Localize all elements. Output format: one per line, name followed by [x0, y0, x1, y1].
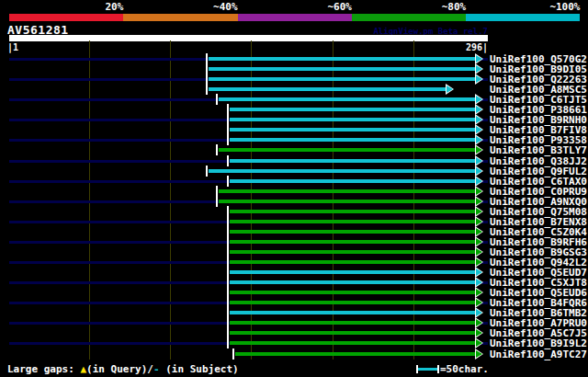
alignment-bar[interactable] [230, 250, 476, 254]
alignment-start-tick [206, 166, 208, 177]
identity-scale-label: ~60% [288, 1, 352, 13]
arrowhead-fill-icon [476, 339, 482, 347]
legend-subject-text: (in Subject) [160, 363, 239, 375]
alignment-bar[interactable] [219, 148, 476, 152]
alignment-bar[interactable] [230, 179, 476, 183]
arrowhead-fill-icon [476, 177, 482, 185]
arrowhead-fill-icon [476, 116, 482, 123]
alignment-start-tick [216, 94, 218, 105]
identity-scale-label: ~100% [516, 1, 581, 13]
alignment-bar[interactable] [230, 301, 476, 304]
alignment-bar[interactable] [230, 108, 476, 111]
arrowhead-fill-icon [476, 55, 482, 63]
alignment-bar[interactable] [219, 97, 476, 101]
alignment-bar[interactable] [230, 331, 476, 335]
arrowhead-fill-icon [476, 268, 482, 276]
alignment-bar[interactable] [230, 240, 476, 244]
arrowhead-fill-icon [476, 96, 482, 103]
identity-scale-label: ~80% [401, 1, 466, 13]
alignment-start-tick [227, 134, 229, 145]
arrowhead-fill-icon [476, 167, 482, 175]
alignment-start-tick [216, 144, 218, 155]
alignment-bar[interactable] [230, 280, 476, 284]
alignment-start-tick [216, 196, 218, 207]
alignview-screen: 20%~40%~60%~80%~100% AV561281 AlignView.… [0, 0, 588, 377]
legend-prefix: Large gaps: [7, 363, 80, 375]
arrowhead-fill-icon [476, 208, 482, 215]
arrowhead-fill-icon [476, 228, 482, 235]
gap-in-subject-dash-icon: - [153, 363, 160, 375]
arrowhead-fill-icon [476, 309, 482, 316]
arrowhead-fill-icon [476, 188, 482, 195]
arrowhead-fill-icon [476, 65, 482, 73]
identity-scale-segment [238, 14, 352, 21]
arrowhead-fill-icon [476, 146, 482, 154]
arrowhead-fill-icon [476, 329, 482, 337]
alignment-bar[interactable] [230, 341, 476, 345]
alignment-bar[interactable] [230, 220, 476, 223]
alignment-bar[interactable] [209, 169, 476, 173]
arrowhead-fill-icon [476, 289, 482, 296]
arrowhead-fill-icon [476, 299, 482, 306]
alignment-bar[interactable] [219, 189, 476, 193]
alignment-bar[interactable] [230, 321, 476, 325]
ruler-end-label: 296| [396, 42, 488, 52]
arrowhead-fill-icon [476, 319, 482, 326]
query-sequence-bar [9, 35, 488, 41]
large-gaps-legend: Large gaps: ▲(in Query)/- (in Subject) [7, 363, 239, 375]
arrowhead-fill-icon [476, 106, 482, 113]
arrowhead-fill-icon [476, 218, 482, 225]
alignment-start-tick [227, 176, 229, 187]
alignment-bar[interactable] [209, 57, 476, 61]
arrowhead-fill-icon [476, 258, 482, 266]
alignment-bar[interactable] [209, 77, 476, 81]
arrowhead-fill-icon [476, 126, 482, 133]
alignment-bar[interactable] [230, 270, 476, 274]
arrowhead-fill-icon [476, 136, 482, 143]
alignment-start-tick [227, 155, 229, 166]
alignment-start-tick [227, 337, 229, 348]
arrowhead-fill-icon [476, 198, 482, 205]
identity-scale-label: ~40% [174, 1, 238, 13]
arrowhead-fill-icon [476, 157, 482, 165]
alignment-bar[interactable] [230, 138, 476, 142]
alignment-bar[interactable] [230, 291, 476, 294]
alignment-bar[interactable] [209, 87, 447, 91]
alignment-bar[interactable] [219, 200, 476, 203]
alignment-bar[interactable] [209, 67, 476, 71]
identity-scale-label: 20% [59, 1, 123, 13]
alignment-bar[interactable] [230, 118, 476, 121]
legend-query-text: (in Query)/ [86, 363, 153, 375]
alignment-bar[interactable] [235, 352, 476, 356]
alignment-bar[interactable] [230, 159, 476, 163]
arrowhead-fill-icon [447, 86, 453, 93]
alignment-start-tick [232, 348, 234, 360]
arrowhead-fill-icon [476, 238, 482, 246]
identity-scale-segment [123, 14, 237, 21]
arrowhead-fill-icon [476, 75, 482, 83]
scale-sample-right-tick [437, 365, 439, 373]
hit-label[interactable]: UniRef100_A9TC27 [490, 348, 587, 360]
arrowhead-fill-icon [476, 248, 482, 256]
scale-sample-line-icon [418, 368, 437, 371]
alignment-bar[interactable] [230, 260, 476, 264]
alignment-bar[interactable] [230, 210, 476, 213]
alignment-bar[interactable] [230, 128, 476, 131]
alignment-bar[interactable] [230, 230, 476, 234]
identity-scale-segment [9, 14, 123, 21]
alignment-bar[interactable] [230, 311, 476, 314]
identity-scale-segment [352, 14, 466, 21]
arrowhead-fill-icon [476, 350, 482, 358]
alignment-start-tick [206, 84, 208, 95]
identity-scale-segment [466, 14, 580, 21]
arrowhead-fill-icon [476, 279, 482, 286]
scale-sample-label: =50char. [440, 363, 489, 375]
ruler-start-label: |1 [7, 42, 18, 52]
